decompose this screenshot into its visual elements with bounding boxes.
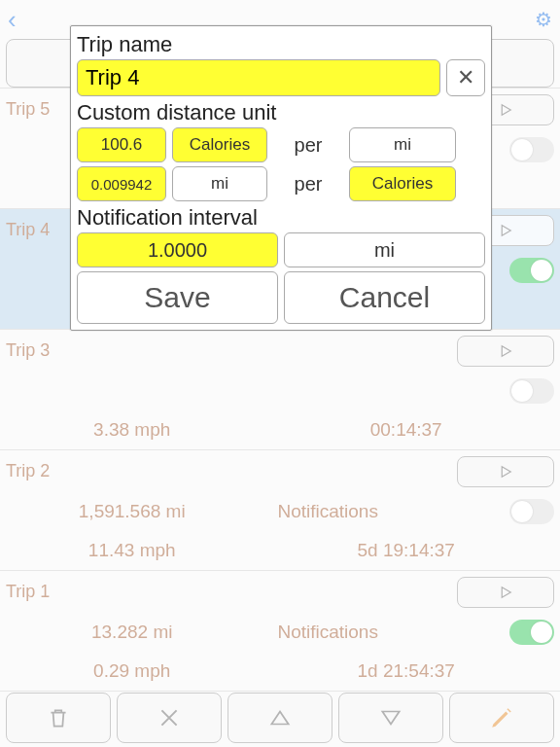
trip-speed: 0.29 mph — [6, 660, 258, 682]
interval-value-input[interactable]: 1.0000 — [77, 232, 278, 267]
notifications-toggle[interactable] — [509, 620, 554, 645]
move-up-button[interactable] — [228, 693, 332, 743]
trip-time: 5d 19:14:37 — [258, 540, 554, 561]
trip-name: Trip 1 — [6, 582, 457, 602]
edit-button[interactable] — [449, 693, 554, 743]
trip-name: Trip 3 — [6, 340, 457, 361]
trip-distance: 13.282 mi — [6, 622, 258, 643]
trip-time: 00:14:37 — [258, 419, 554, 441]
clear-name-button[interactable]: ✕ — [446, 59, 485, 96]
unit-name-1-input[interactable]: Calories — [172, 127, 267, 162]
move-down-button[interactable] — [338, 693, 443, 743]
trip-name: Trip 2 — [6, 461, 457, 481]
back-icon[interactable]: ‹ — [8, 7, 17, 32]
trip-header[interactable]: Trip 2 — [0, 449, 560, 492]
delete-button[interactable] — [6, 693, 111, 743]
interval-unit[interactable]: mi — [284, 232, 485, 267]
trip-speed: 11.43 mph — [6, 540, 258, 561]
unit-value-2-input[interactable]: 0.009942 — [77, 166, 166, 201]
notifications-toggle[interactable] — [509, 378, 554, 404]
clear-button[interactable] — [117, 693, 222, 743]
interval-label: Notification interval — [77, 205, 485, 231]
unit-name-2-input[interactable]: Calories — [349, 166, 456, 201]
close-icon: ✕ — [457, 65, 474, 90]
notifications-toggle[interactable] — [509, 137, 554, 162]
cancel-button[interactable]: Cancel — [284, 271, 485, 324]
bottom-toolbar — [0, 693, 560, 743]
edit-trip-dialog: Trip name ✕ Custom distance unit 100.6 C… — [70, 25, 492, 331]
per-label: per — [273, 134, 343, 157]
unit-base-1[interactable]: mi — [349, 127, 456, 162]
trip-distance: 1,591.568 mi — [6, 501, 258, 522]
trip-time: 1d 21:54:37 — [258, 660, 554, 682]
custom-unit-label: Custom distance unit — [77, 100, 485, 125]
trip-name-label: Trip name — [77, 32, 485, 57]
trip-header[interactable]: Trip 1 — [0, 570, 560, 613]
notifications-label: Notifications — [277, 501, 378, 522]
save-button[interactable]: Save — [77, 271, 278, 324]
gear-icon[interactable]: ⚙ — [535, 8, 552, 31]
notifications-toggle[interactable] — [509, 499, 554, 524]
unit-base-2[interactable]: mi — [172, 166, 267, 201]
notifications-toggle[interactable] — [509, 258, 554, 283]
trip-speed: 3.38 mph — [6, 419, 258, 441]
notifications-label: Notifications — [277, 622, 378, 643]
trip-header[interactable]: Trip 3 — [0, 329, 560, 372]
play-button[interactable] — [457, 336, 554, 367]
trip-name-input[interactable] — [77, 59, 440, 96]
per-label: per — [273, 173, 343, 196]
unit-value-1-input[interactable]: 100.6 — [77, 127, 166, 162]
play-button[interactable] — [457, 577, 554, 608]
play-button[interactable] — [457, 456, 554, 487]
